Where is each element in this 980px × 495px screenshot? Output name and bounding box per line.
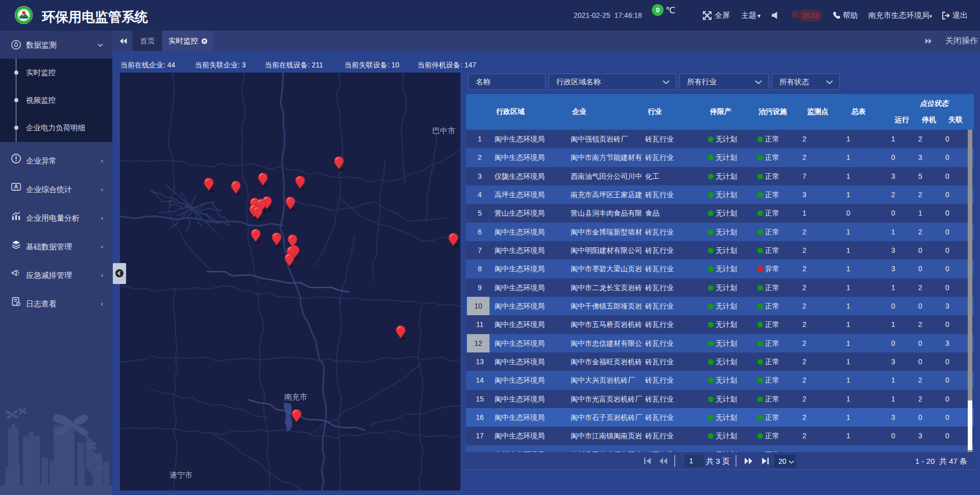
svg-text:巴中市: 巴中市 — [432, 126, 455, 135]
svg-text:南充市: 南充市 — [284, 392, 307, 401]
svg-text:遂宁市: 遂宁市 — [169, 470, 192, 479]
